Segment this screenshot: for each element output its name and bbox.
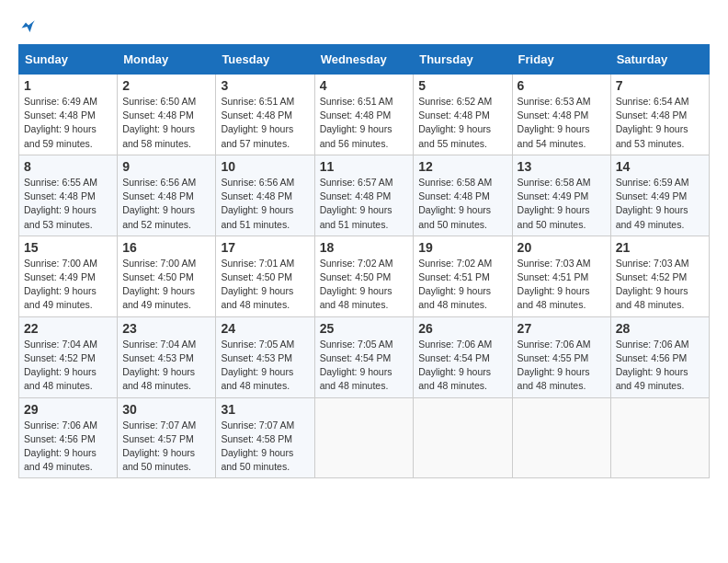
calendar-cell: 27 Sunrise: 7:06 AM Sunset: 4:55 PM Dayl… — [512, 316, 610, 397]
calendar-week-4: 22 Sunrise: 7:04 AM Sunset: 4:52 PM Dayl… — [19, 316, 710, 397]
day-number: 22 — [24, 321, 112, 336]
calendar-header-row: SundayMondayTuesdayWednesdayThursdayFrid… — [19, 45, 710, 75]
day-info: Sunrise: 7:03 AM Sunset: 4:52 PM Dayligh… — [616, 257, 704, 313]
day-info: Sunrise: 7:04 AM Sunset: 4:53 PM Dayligh… — [122, 338, 210, 394]
calendar-cell: 2 Sunrise: 6:50 AM Sunset: 4:48 PM Dayli… — [118, 75, 216, 155]
day-number: 18 — [320, 240, 409, 255]
day-number: 7 — [616, 78, 704, 93]
calendar-cell: 20 Sunrise: 7:03 AM Sunset: 4:51 PM Dayl… — [512, 236, 610, 316]
calendar-cell: 13 Sunrise: 6:58 AM Sunset: 4:49 PM Dayl… — [512, 155, 610, 236]
day-number: 13 — [518, 159, 606, 174]
logo-bird-icon — [20, 18, 37, 35]
day-number: 14 — [616, 159, 704, 174]
day-number: 28 — [616, 321, 704, 336]
day-header-saturday: Saturday — [610, 45, 709, 75]
calendar-cell: 11 Sunrise: 6:57 AM Sunset: 4:48 PM Dayl… — [314, 155, 414, 236]
calendar-cell: 17 Sunrise: 7:01 AM Sunset: 4:50 PM Dayl… — [216, 236, 314, 316]
day-info: Sunrise: 6:49 AM Sunset: 4:48 PM Dayligh… — [24, 95, 112, 151]
calendar-cell: 23 Sunrise: 7:04 AM Sunset: 4:53 PM Dayl… — [118, 316, 216, 397]
day-number: 16 — [122, 240, 210, 255]
day-header-sunday: Sunday — [19, 45, 118, 75]
day-number: 10 — [221, 159, 309, 174]
day-number: 20 — [518, 240, 606, 255]
day-info: Sunrise: 7:05 AM Sunset: 4:53 PM Dayligh… — [221, 338, 309, 394]
day-header-monday: Monday — [118, 45, 216, 75]
day-number: 17 — [221, 240, 309, 255]
day-number: 19 — [418, 240, 506, 255]
day-number: 3 — [221, 78, 309, 93]
day-info: Sunrise: 7:03 AM Sunset: 4:51 PM Dayligh… — [518, 257, 606, 313]
day-info: Sunrise: 6:53 AM Sunset: 4:48 PM Dayligh… — [518, 95, 606, 151]
day-info: Sunrise: 7:00 AM Sunset: 4:50 PM Dayligh… — [122, 257, 210, 313]
day-header-tuesday: Tuesday — [216, 45, 314, 75]
day-info: Sunrise: 6:57 AM Sunset: 4:48 PM Dayligh… — [320, 176, 409, 232]
day-number: 27 — [518, 321, 606, 336]
calendar-week-2: 8 Sunrise: 6:55 AM Sunset: 4:48 PM Dayli… — [19, 155, 710, 236]
calendar-cell: 12 Sunrise: 6:58 AM Sunset: 4:48 PM Dayl… — [414, 155, 512, 236]
day-number: 12 — [418, 159, 506, 174]
calendar-table: SundayMondayTuesdayWednesdayThursdayFrid… — [18, 44, 710, 478]
day-info: Sunrise: 6:51 AM Sunset: 4:48 PM Dayligh… — [320, 95, 409, 151]
calendar-week-3: 15 Sunrise: 7:00 AM Sunset: 4:49 PM Dayl… — [19, 236, 710, 316]
day-header-wednesday: Wednesday — [314, 45, 414, 75]
calendar-cell: 31 Sunrise: 7:07 AM Sunset: 4:58 PM Dayl… — [216, 397, 314, 478]
day-info: Sunrise: 7:02 AM Sunset: 4:51 PM Dayligh… — [418, 257, 506, 313]
calendar-cell: 26 Sunrise: 7:06 AM Sunset: 4:54 PM Dayl… — [414, 316, 512, 397]
calendar-cell: 4 Sunrise: 6:51 AM Sunset: 4:48 PM Dayli… — [314, 75, 414, 155]
day-number: 30 — [122, 402, 210, 417]
calendar-cell: 19 Sunrise: 7:02 AM Sunset: 4:51 PM Dayl… — [414, 236, 512, 316]
day-info: Sunrise: 6:58 AM Sunset: 4:49 PM Dayligh… — [518, 176, 606, 232]
day-info: Sunrise: 7:00 AM Sunset: 4:49 PM Dayligh… — [24, 257, 112, 313]
day-number: 2 — [122, 78, 210, 93]
day-number: 26 — [418, 321, 506, 336]
day-info: Sunrise: 6:56 AM Sunset: 4:48 PM Dayligh… — [221, 176, 309, 232]
calendar-cell — [414, 397, 512, 478]
calendar-week-5: 29 Sunrise: 7:06 AM Sunset: 4:56 PM Dayl… — [19, 397, 710, 478]
day-number: 31 — [221, 402, 309, 417]
day-number: 4 — [320, 78, 409, 93]
calendar-cell: 8 Sunrise: 6:55 AM Sunset: 4:48 PM Dayli… — [19, 155, 118, 236]
calendar-cell: 28 Sunrise: 7:06 AM Sunset: 4:56 PM Dayl… — [610, 316, 709, 397]
day-info: Sunrise: 6:59 AM Sunset: 4:49 PM Dayligh… — [616, 176, 704, 232]
logo — [18, 18, 37, 35]
day-number: 8 — [24, 159, 112, 174]
calendar-cell: 10 Sunrise: 6:56 AM Sunset: 4:48 PM Dayl… — [216, 155, 314, 236]
calendar-cell: 29 Sunrise: 7:06 AM Sunset: 4:56 PM Dayl… — [19, 397, 118, 478]
calendar-cell: 3 Sunrise: 6:51 AM Sunset: 4:48 PM Dayli… — [216, 75, 314, 155]
calendar-cell: 7 Sunrise: 6:54 AM Sunset: 4:48 PM Dayli… — [610, 75, 709, 155]
day-number: 6 — [518, 78, 606, 93]
calendar-cell: 5 Sunrise: 6:52 AM Sunset: 4:48 PM Dayli… — [414, 75, 512, 155]
day-info: Sunrise: 6:51 AM Sunset: 4:48 PM Dayligh… — [221, 95, 309, 151]
calendar-cell — [512, 397, 610, 478]
calendar-week-1: 1 Sunrise: 6:49 AM Sunset: 4:48 PM Dayli… — [19, 75, 710, 155]
day-header-friday: Friday — [512, 45, 610, 75]
day-number: 24 — [221, 321, 309, 336]
calendar-cell: 9 Sunrise: 6:56 AM Sunset: 4:48 PM Dayli… — [118, 155, 216, 236]
day-info: Sunrise: 7:06 AM Sunset: 4:54 PM Dayligh… — [418, 338, 506, 394]
day-number: 25 — [320, 321, 409, 336]
calendar-cell: 24 Sunrise: 7:05 AM Sunset: 4:53 PM Dayl… — [216, 316, 314, 397]
day-number: 15 — [24, 240, 112, 255]
calendar-cell: 18 Sunrise: 7:02 AM Sunset: 4:50 PM Dayl… — [314, 236, 414, 316]
day-info: Sunrise: 7:01 AM Sunset: 4:50 PM Dayligh… — [221, 257, 309, 313]
day-info: Sunrise: 6:52 AM Sunset: 4:48 PM Dayligh… — [418, 95, 506, 151]
calendar-cell: 6 Sunrise: 6:53 AM Sunset: 4:48 PM Dayli… — [512, 75, 610, 155]
day-info: Sunrise: 7:07 AM Sunset: 4:58 PM Dayligh… — [221, 419, 309, 475]
day-info: Sunrise: 7:07 AM Sunset: 4:57 PM Dayligh… — [122, 419, 210, 475]
day-info: Sunrise: 6:55 AM Sunset: 4:48 PM Dayligh… — [24, 176, 112, 232]
day-info: Sunrise: 7:06 AM Sunset: 4:56 PM Dayligh… — [616, 338, 704, 394]
calendar-cell — [314, 397, 414, 478]
day-info: Sunrise: 7:02 AM Sunset: 4:50 PM Dayligh… — [320, 257, 409, 313]
day-info: Sunrise: 7:06 AM Sunset: 4:56 PM Dayligh… — [24, 419, 112, 475]
day-number: 9 — [122, 159, 210, 174]
day-number: 29 — [24, 402, 112, 417]
calendar-cell: 22 Sunrise: 7:04 AM Sunset: 4:52 PM Dayl… — [19, 316, 118, 397]
day-number: 5 — [418, 78, 506, 93]
calendar-cell: 21 Sunrise: 7:03 AM Sunset: 4:52 PM Dayl… — [610, 236, 709, 316]
day-number: 1 — [24, 78, 112, 93]
day-info: Sunrise: 6:54 AM Sunset: 4:48 PM Dayligh… — [616, 95, 704, 151]
calendar-cell: 15 Sunrise: 7:00 AM Sunset: 4:49 PM Dayl… — [19, 236, 118, 316]
day-info: Sunrise: 6:50 AM Sunset: 4:48 PM Dayligh… — [122, 95, 210, 151]
day-info: Sunrise: 6:58 AM Sunset: 4:48 PM Dayligh… — [418, 176, 506, 232]
day-header-thursday: Thursday — [414, 45, 512, 75]
